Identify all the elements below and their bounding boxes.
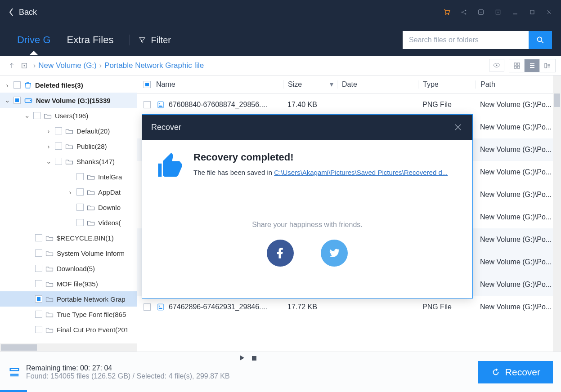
svg-point-36 — [159, 306, 160, 307]
svg-rect-5 — [530, 10, 534, 14]
breadcrumb-folder[interactable]: Portable Network Graphic file — [104, 61, 204, 70]
tree-deleted-files[interactable]: › Deleted files(3) — [0, 77, 137, 93]
menu-icon[interactable] — [491, 5, 505, 19]
cart-icon[interactable] — [440, 5, 454, 19]
stop-icon[interactable] — [251, 355, 257, 363]
search-icon — [536, 36, 545, 45]
svg-point-0 — [462, 12, 463, 13]
remaining-time: Remaining time: 00: 27: 04 — [26, 364, 230, 372]
thumbs-up-icon — [156, 151, 184, 180]
recover-modal: Recover Recovery completed! The file has… — [142, 114, 473, 298]
sidebar-scrollbar[interactable] — [0, 343, 137, 352]
tree-mof[interactable]: MOF file(935) — [0, 276, 137, 291]
tree-ttf[interactable]: True Type Font file(865 — [0, 307, 137, 322]
tab-drive[interactable]: Drive G — [9, 34, 59, 46]
svg-rect-4 — [496, 10, 500, 14]
tree-fcp[interactable]: Final Cut Pro Event(201 — [0, 322, 137, 337]
row-checkbox[interactable] — [144, 101, 151, 108]
recover-button[interactable]: Recover — [478, 361, 553, 383]
found-status: Found: 154065 files (126.52 GB) / Select… — [26, 372, 230, 380]
tree-shanks[interactable]: ⌄Shanks(147) — [0, 154, 137, 169]
preview-toggle[interactable] — [489, 59, 504, 71]
saved-path-link[interactable]: C:\Users\Akagami\Pictures\Saved Pictures… — [274, 169, 448, 176]
svg-rect-37 — [10, 368, 19, 370]
sort-desc-icon: ▾ — [330, 80, 333, 89]
titlebar: Back — [0, 0, 561, 24]
tab-extra-files[interactable]: Extra Files — [59, 34, 122, 46]
svg-rect-38 — [252, 356, 256, 361]
view-list[interactable] — [525, 59, 540, 72]
close-icon[interactable] — [542, 5, 557, 19]
breadcrumb: › New Volume (G:) › Portable Network Gra… — [0, 56, 561, 76]
footer: Remaining time: 00: 27: 04 Found: 154065… — [0, 352, 561, 392]
tree-intelgra[interactable]: IntelGra — [0, 169, 137, 184]
column-name[interactable]: Name — [153, 80, 283, 89]
tree-png[interactable]: Portable Network Grap — [0, 291, 137, 307]
view-details[interactable] — [540, 59, 555, 72]
restore-icon — [491, 367, 501, 377]
svg-point-16 — [30, 100, 31, 102]
tree-users[interactable]: ⌄Users(196) — [0, 108, 137, 123]
share-facebook[interactable] — [267, 240, 294, 267]
column-type[interactable]: Type — [418, 80, 476, 89]
modal-title-label: Recover — [151, 123, 181, 132]
svg-point-2 — [465, 13, 467, 15]
chevron-left-icon — [9, 8, 13, 16]
breadcrumb-volume[interactable]: New Volume (G:) — [38, 61, 96, 70]
svg-point-18 — [159, 103, 160, 104]
play-icon[interactable] — [239, 355, 245, 363]
tree-recycle[interactable]: $RECYCLE.BIN(1) — [0, 230, 137, 245]
tree-appdata[interactable]: ›AppDat — [0, 184, 137, 200]
svg-point-8 — [24, 65, 25, 66]
back-button[interactable]: Back — [4, 5, 41, 20]
column-size[interactable]: Size▾ — [283, 80, 337, 89]
column-date[interactable]: Date — [337, 80, 418, 89]
table-row[interactable]: 67608840-67608874_29856.... 17.40 KB PNG… — [137, 94, 561, 116]
key-icon[interactable] — [474, 5, 488, 19]
select-all-checkbox[interactable] — [144, 81, 151, 88]
modal-close-icon[interactable] — [453, 122, 463, 133]
breadcrumb-separator: › — [97, 62, 104, 70]
search-input[interactable] — [403, 31, 529, 49]
tree-volume[interactable]: ⌄ New Volume (G:)(15339 — [0, 93, 137, 108]
modal-header: Recover — [142, 115, 472, 140]
home-icon[interactable] — [18, 59, 31, 72]
tabbar: Drive G Extra Files Filter — [0, 24, 561, 56]
share-label: Share your happiness with friends. — [252, 221, 362, 229]
tree-public[interactable]: ›Public(28) — [0, 138, 137, 154]
progress-bar — [0, 390, 27, 392]
svg-point-9 — [496, 64, 498, 66]
search-button[interactable] — [529, 31, 552, 49]
file-scrollbar[interactable] — [553, 76, 561, 352]
svg-rect-13 — [517, 66, 520, 68]
tree-sysvol[interactable]: System Volume Inform — [0, 245, 137, 261]
tree-default[interactable]: ›Default(20) — [0, 123, 137, 138]
filter-label: Filter — [151, 35, 171, 45]
funnel-icon — [138, 36, 146, 44]
up-icon[interactable] — [5, 59, 18, 72]
column-path[interactable]: Path — [476, 80, 561, 89]
share-icon[interactable] — [457, 5, 471, 19]
filter-button[interactable]: Filter — [138, 35, 171, 45]
tree-videos[interactable]: Videos( — [0, 215, 137, 230]
row-checkbox[interactable] — [144, 303, 151, 311]
file-icon — [156, 100, 165, 109]
view-mode-group — [509, 59, 556, 72]
svg-rect-35 — [158, 304, 163, 310]
scan-icon — [8, 366, 21, 380]
share-twitter[interactable] — [321, 240, 348, 267]
svg-point-6 — [537, 37, 542, 41]
maximize-icon[interactable] — [525, 5, 539, 19]
minimize-icon[interactable] — [508, 5, 522, 19]
svg-rect-11 — [517, 63, 520, 65]
tree-download5[interactable]: Download(5) — [0, 261, 137, 276]
svg-rect-17 — [158, 102, 163, 108]
svg-rect-14 — [545, 63, 547, 68]
svg-rect-12 — [514, 66, 516, 68]
tab-divider — [130, 35, 130, 45]
tree-downloads[interactable]: Downlo — [0, 200, 137, 215]
svg-rect-10 — [514, 63, 516, 65]
table-row[interactable]: 67462896-67462931_29846.... 17.72 KB PNG… — [137, 296, 561, 318]
sidebar: › Deleted files(3) ⌄ New Volume (G:)(153… — [0, 76, 137, 352]
view-grid[interactable] — [509, 59, 525, 72]
